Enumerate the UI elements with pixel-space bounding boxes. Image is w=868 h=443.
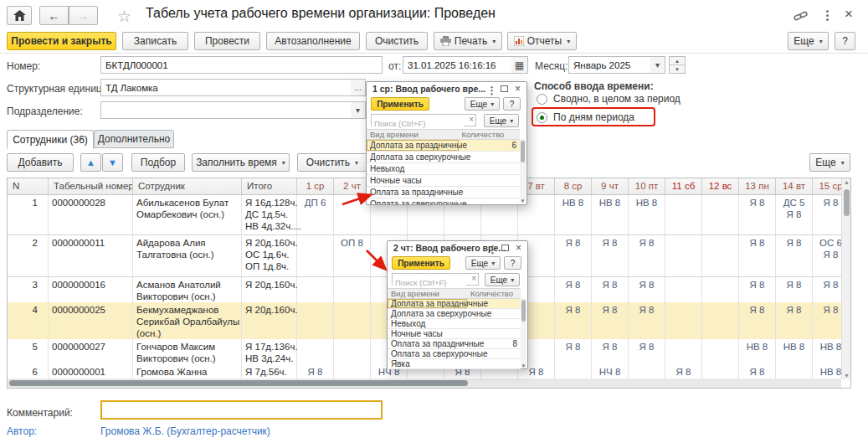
personnel-number-cell[interactable]: 0000000028 (49, 195, 133, 235)
unit-field[interactable] (100, 79, 352, 96)
time-type-name-cell[interactable]: Оплата за праздничные (388, 339, 467, 348)
favorite-star-icon[interactable]: ☆ (117, 7, 131, 26)
month-field[interactable] (568, 56, 651, 74)
department-field[interactable] (100, 101, 352, 119)
quantity-cell[interactable] (467, 359, 521, 368)
day-cell[interactable] (702, 195, 739, 235)
day-cell[interactable]: ОП 8 (334, 235, 371, 277)
day-cell[interactable]: НВ 8 (813, 339, 841, 364)
scroll-down-icon[interactable]: ▼ (520, 198, 526, 203)
scroll-thumb[interactable] (521, 300, 526, 322)
day-cell[interactable]: НВ 8 (776, 339, 813, 364)
total-cell[interactable]: Я 20д.160ч. (242, 277, 297, 302)
home-button[interactable] (7, 6, 32, 25)
time-type-name-cell[interactable]: Оплата за праздничные (367, 187, 459, 198)
day-cell[interactable]: Я 8 (629, 339, 665, 364)
day-cell[interactable]: Я 8 (776, 277, 813, 302)
day-cell[interactable]: НВ 8 (629, 195, 665, 235)
day-cell[interactable] (702, 235, 739, 277)
search-more-button[interactable]: Еще▾ (485, 273, 520, 286)
popup-help-button[interactable]: ? (503, 97, 521, 111)
time-type-name-cell[interactable]: Невыход (367, 163, 459, 174)
time-type-row[interactable]: Доплата за праздничные (388, 299, 521, 309)
step-down-icon[interactable]: ▼ (670, 65, 685, 73)
day-cell[interactable] (702, 277, 739, 302)
quantity-cell[interactable] (467, 309, 521, 318)
total-cell[interactable]: Я 7д.56ч.НВ 9д.72ч. (242, 364, 297, 379)
time-type-name-cell[interactable]: Ночные часы (388, 329, 467, 338)
window-menu-icon[interactable] (826, 9, 829, 22)
day-cell[interactable]: Я 8 (297, 364, 334, 379)
popup-more-button[interactable]: Еще▾ (465, 97, 500, 111)
scroll-thumb[interactable] (9, 380, 468, 386)
step-up-icon[interactable]: ▲ (670, 57, 685, 65)
day-cell[interactable]: Я 8 (592, 339, 629, 364)
day-cell[interactable]: Я 8 (739, 235, 776, 277)
day-cell[interactable] (334, 302, 371, 339)
move-down-button[interactable]: ▼ (102, 153, 123, 172)
quantity-cell[interactable]: 6 (459, 140, 520, 151)
close-icon[interactable]: × (516, 244, 521, 253)
popup-scrollbar[interactable]: ▼ (521, 298, 526, 368)
day-cell[interactable] (334, 339, 371, 364)
time-type-row[interactable]: Явка (388, 359, 521, 369)
personnel-number-cell[interactable]: 0000000011 (49, 235, 133, 277)
employee-cell[interactable]: Громова ЖаннаБорисовна (осн.) (133, 364, 242, 379)
time-type-row[interactable]: Невыход (388, 319, 521, 329)
employee-cell[interactable]: БекмухамеджановСерикбай Оралбайулы(осн.) (133, 302, 242, 339)
day-cell[interactable]: Я 8 (739, 364, 776, 379)
day-cell[interactable]: Я 8 (592, 277, 629, 302)
print-button[interactable]: Печать▾ (434, 32, 502, 50)
toolbar-more-button[interactable]: Еще▾ (788, 32, 829, 50)
quantity-cell[interactable] (467, 319, 521, 328)
employee-cell[interactable]: Гончаров МаксимВикторович (осн.) (133, 339, 242, 364)
popup-help-button[interactable]: ? (504, 256, 521, 270)
day-cell[interactable]: Я 8 (776, 235, 813, 277)
time-type-row[interactable]: Оплата за сверхурочные (388, 349, 521, 359)
clear-search-icon[interactable]: × (469, 115, 474, 124)
maximize-icon[interactable] (501, 245, 509, 251)
day-cell[interactable] (665, 277, 702, 302)
time-type-row[interactable]: Доплата за сверхурочные (388, 309, 521, 319)
day-cell[interactable] (702, 364, 739, 379)
month-dropdown-icon[interactable]: ▾ (650, 56, 665, 74)
quantity-cell[interactable] (459, 175, 520, 186)
search-input[interactable] (372, 118, 464, 129)
row-number-cell[interactable]: 4 (8, 302, 49, 339)
time-type-row[interactable]: Доплата за праздничные6 (367, 140, 520, 152)
department-dropdown-icon[interactable]: ▾ (351, 101, 366, 119)
fill-time-button[interactable]: Заполнить время▾ (192, 153, 290, 172)
date-field[interactable] (403, 56, 512, 74)
day-cell[interactable]: Я 8 (739, 302, 776, 339)
quantity-cell[interactable]: 8 (467, 339, 521, 348)
time-type-row[interactable]: Оплата за праздничные8 (388, 339, 521, 349)
day-cell[interactable]: Я 8 (813, 195, 841, 235)
day-cell[interactable] (702, 302, 739, 339)
day-cell[interactable]: Я 8 (739, 195, 776, 235)
radio-summary-period[interactable]: Сводно, в целом за период (537, 93, 681, 105)
day-cell[interactable]: ДС 5Я 8 (776, 195, 813, 235)
day-cell[interactable]: Я 8 (629, 235, 665, 277)
day-cell[interactable]: НВ 8 (813, 364, 841, 379)
time-type-name-cell[interactable]: Явка (388, 359, 467, 368)
help-button[interactable]: ? (835, 32, 855, 50)
popup-more-button[interactable]: Еще▾ (465, 256, 501, 270)
day-cell[interactable] (702, 339, 739, 364)
row-number-cell[interactable]: 2 (8, 235, 49, 277)
day-cell[interactable]: Я 8 (813, 302, 841, 339)
vertical-scrollbar[interactable]: ▲ ▼ (841, 178, 850, 379)
day-cell[interactable]: Я 8 (555, 302, 592, 339)
day-cell[interactable] (297, 277, 334, 302)
employee-cell[interactable]: Айдарова АлияТалгатовна (осн.) (133, 235, 242, 277)
row-number-cell[interactable]: 1 (8, 195, 49, 235)
day-cell[interactable]: НВ 8 (555, 195, 592, 235)
scroll-up-icon[interactable]: ▲ (842, 179, 851, 185)
clear-button[interactable]: Очистить (366, 32, 428, 50)
day-cell[interactable]: Я 8 (776, 302, 813, 339)
day-cell[interactable]: Я 8 (555, 235, 592, 277)
quantity-cell[interactable] (467, 299, 521, 308)
time-type-name-cell[interactable]: Ночные часы (367, 175, 459, 186)
quantity-cell[interactable] (467, 329, 521, 338)
table-more-button[interactable]: Еще▾ (809, 153, 850, 172)
day-cell[interactable]: Я 8 (555, 277, 592, 302)
